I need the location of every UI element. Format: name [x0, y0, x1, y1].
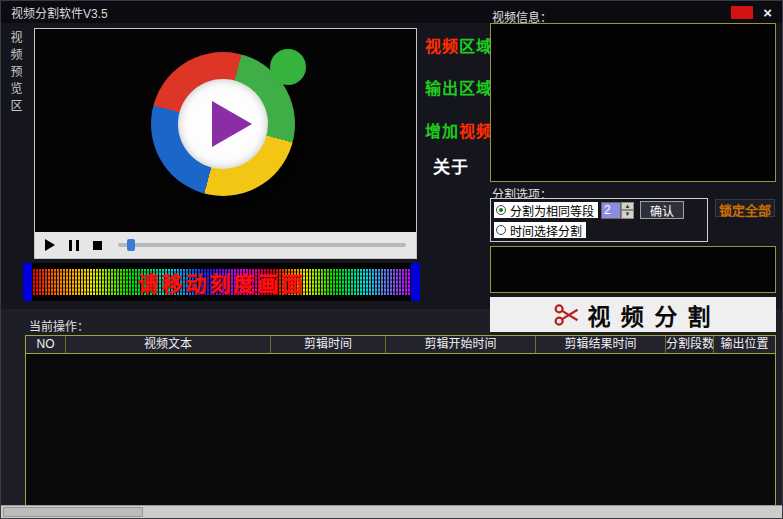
table-header-row: NO 视频文本 剪辑时间 剪辑开始时间 剪辑结果时间 分割段数 输出位置 — [26, 336, 775, 354]
menu-video-area-part1: 视频 — [425, 38, 459, 55]
close-button[interactable]: × — [763, 5, 772, 20]
menu-video-area[interactable]: 视频区域 — [425, 33, 493, 57]
table-body — [26, 353, 775, 505]
spinner-up-icon[interactable]: ▲ — [621, 202, 634, 211]
menu-output-area-part1: 输出 — [425, 80, 459, 97]
play-icon — [45, 239, 55, 251]
preview-side-label: 视频预览区 — [7, 31, 24, 116]
lock-all-button[interactable]: 锁定全部 — [715, 199, 775, 217]
equal-segments-option[interactable]: 分割为相同等段 — [494, 202, 598, 218]
split-options-box: 分割为相同等段 2 ▲ ▼ 确认 时间选择分割 — [490, 198, 708, 242]
equal-segments-label: 分割为相同等段 — [510, 202, 594, 219]
stop-icon — [93, 241, 102, 250]
menu-add-video[interactable]: 增加视频 — [425, 118, 493, 142]
column-header-segment-count[interactable]: 分割段数 — [666, 336, 714, 353]
scrollbar-thumb[interactable] — [3, 507, 143, 517]
menu-video-area-part2: 区域 — [459, 38, 493, 55]
window-title: 视频分割软件V3.5 — [11, 4, 108, 21]
window-controls: × — [731, 5, 772, 20]
menu-about-label: 关于 — [433, 158, 469, 177]
menu-output-area[interactable]: 输出区域 — [425, 75, 493, 99]
waveform-strip[interactable]: 请移动刻度画面 — [23, 263, 420, 301]
time-select-row: 时间选择分割 — [494, 221, 704, 239]
column-header-clip-start-time[interactable]: 剪辑开始时间 — [386, 336, 536, 353]
app-window: 视频分割软件V3.5 × 视频预览区 请移动刻 — [0, 0, 783, 519]
column-header-no[interactable]: NO — [26, 336, 66, 353]
player-controls — [35, 232, 416, 258]
pause-icon — [69, 240, 72, 251]
horizontal-scrollbar[interactable] — [1, 505, 782, 518]
minimize-button[interactable] — [731, 6, 753, 19]
seek-bar[interactable] — [118, 243, 406, 247]
menu-output-area-part2: 区域 — [459, 80, 493, 97]
spinner-down-icon[interactable]: ▼ — [621, 210, 634, 219]
column-header-output-location[interactable]: 输出位置 — [714, 336, 775, 353]
current-operation-label: 当前操作： — [29, 317, 89, 334]
column-header-video-text[interactable]: 视频文本 — [66, 336, 271, 353]
confirm-button[interactable]: 确认 — [640, 201, 684, 219]
time-select-radio[interactable] — [496, 225, 506, 235]
banner-title: 视 频 分 割 — [587, 298, 712, 332]
equal-segments-radio[interactable] — [496, 205, 506, 215]
titlebar: 视频分割软件V3.5 × — [1, 1, 782, 23]
scissors-icon — [553, 301, 581, 329]
seek-thumb[interactable] — [127, 239, 135, 251]
play-button[interactable] — [45, 239, 55, 251]
waveform-overlay-text: 请移动刻度画面 — [23, 263, 420, 301]
menu-add-video-part1: 增加 — [425, 123, 459, 140]
menu-add-video-part2: 视频 — [459, 123, 493, 140]
video-preview-area — [34, 28, 417, 259]
segment-count-value[interactable]: 2 — [601, 202, 621, 219]
split-result-box — [490, 246, 776, 293]
stop-button[interactable] — [93, 241, 102, 250]
pause-button[interactable] — [67, 240, 81, 251]
video-screen[interactable] — [35, 29, 416, 232]
play-logo-icon — [212, 101, 252, 147]
segment-count-spinner: ▲ ▼ — [621, 202, 634, 219]
menu-about[interactable]: 关于 — [433, 153, 469, 178]
column-header-clip-result-time[interactable]: 剪辑结果时间 — [536, 336, 666, 353]
time-select-option[interactable]: 时间选择分割 — [494, 222, 586, 238]
operations-table: NO 视频文本 剪辑时间 剪辑开始时间 剪辑结果时间 分割段数 输出位置 — [25, 335, 776, 506]
column-header-clip-time[interactable]: 剪辑时间 — [271, 336, 386, 353]
segment-count-input[interactable]: 2 ▲ ▼ — [601, 202, 634, 219]
video-info-box — [490, 23, 776, 182]
media-player-green-dot — [270, 49, 306, 85]
media-player-logo — [151, 52, 301, 202]
time-select-label: 时间选择分割 — [510, 222, 582, 239]
equal-segments-row: 分割为相同等段 2 ▲ ▼ 确认 — [494, 201, 704, 219]
app-banner: 视 频 分 割 — [490, 297, 776, 332]
